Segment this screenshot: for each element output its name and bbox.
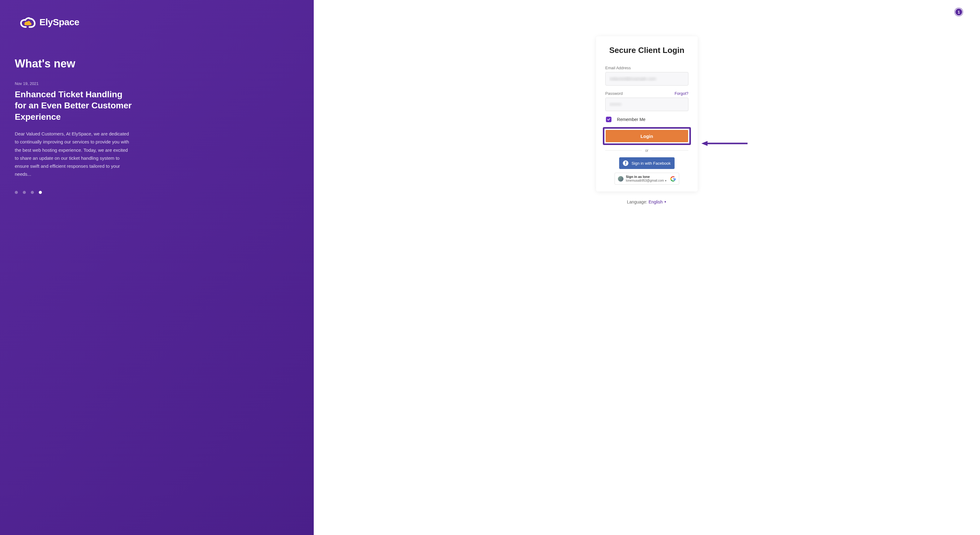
language-row: Language: English ▼	[596, 200, 698, 205]
brand-name: ElySpace	[40, 17, 79, 27]
carousel-dot-1[interactable]	[23, 191, 26, 194]
google-icon	[670, 176, 676, 182]
page-root: ElySpace What's new Nov 19, 2021 Enhance…	[0, 0, 980, 535]
carousel-dot-0[interactable]	[15, 191, 18, 194]
news-body: Dear Valued Customers, At ElySpace, we a…	[15, 130, 132, 179]
language-selected: English	[648, 200, 663, 205]
caret-down-icon: ▼	[664, 200, 667, 203]
login-button-highlight: Login	[603, 127, 691, 145]
whats-new-heading: What's new	[15, 57, 299, 70]
divider-row: or	[605, 148, 689, 153]
google-signin-email-row: lonemusaib953@gmail.com ▾	[626, 179, 668, 183]
google-signin-text: Sign in as lone lonemusaib953@gmail.com …	[626, 175, 668, 183]
chevron-down-icon: ▾	[665, 179, 667, 183]
remember-me-label: Remember Me	[617, 117, 646, 122]
google-signin-line1: Sign in as lone	[626, 175, 668, 179]
google-signin-card[interactable]: Sign in as lone lonemusaib953@gmail.com …	[614, 173, 679, 185]
news-date: Nov 19, 2021	[15, 81, 299, 86]
email-label: Email Address	[605, 65, 631, 70]
login-button[interactable]: Login	[606, 130, 688, 142]
arrow-callout-icon	[702, 141, 748, 146]
cloud-logo-icon	[15, 15, 37, 30]
forgot-password-link[interactable]: Forgot?	[675, 91, 689, 96]
password-input[interactable]	[605, 98, 689, 111]
divider-text: or	[642, 148, 651, 153]
login-card: Secure Client Login Email Address Passwo…	[596, 37, 698, 192]
google-user-avatar	[618, 176, 624, 182]
remember-me-checkbox[interactable]	[606, 117, 611, 122]
login-title: Secure Client Login	[605, 46, 689, 55]
password-label: Password	[605, 91, 623, 96]
password-label-row: Password Forgot?	[605, 91, 689, 96]
facebook-icon: f	[623, 160, 628, 166]
carousel-dots	[15, 191, 299, 194]
remember-me-row: Remember Me	[606, 117, 689, 122]
svg-marker-1	[702, 141, 708, 146]
facebook-button-label: Sign in with Facebook	[632, 161, 671, 166]
carousel-dot-2[interactable]	[31, 191, 34, 194]
facebook-signin-button[interactable]: f Sign in with Facebook	[619, 157, 675, 169]
google-signin-email: lonemusaib953@gmail.com	[626, 179, 664, 183]
whats-new-sidebar: ElySpace What's new Nov 19, 2021 Enhance…	[0, 0, 314, 535]
language-selector[interactable]: English ▼	[648, 200, 667, 205]
main-content: 1 Secure Client Login Email Address Pass…	[314, 0, 980, 535]
carousel-dot-3[interactable]	[39, 191, 42, 194]
login-column: Secure Client Login Email Address Passwo…	[596, 37, 698, 205]
news-title[interactable]: Enhanced Ticket Handling for an Even Bet…	[15, 89, 132, 122]
email-input[interactable]	[605, 72, 689, 86]
language-label: Language:	[627, 200, 647, 205]
brand-logo[interactable]: ElySpace	[15, 15, 299, 30]
checkmark-icon	[607, 117, 611, 121]
email-label-row: Email Address	[605, 65, 689, 70]
notification-badge[interactable]: 1	[955, 8, 963, 16]
